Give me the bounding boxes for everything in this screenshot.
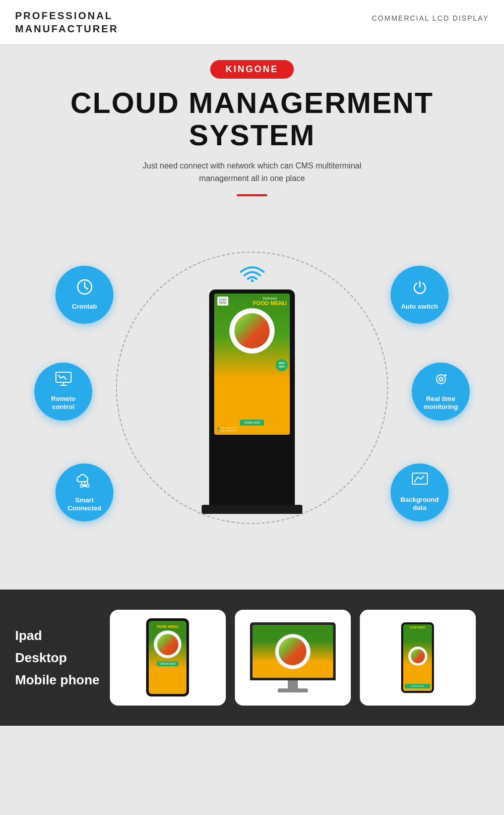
small-phone-screen: FOOD MENU ORDER NOW [403, 624, 432, 691]
smart-connected-label: SmartConnected [68, 496, 101, 513]
feature-smart-connected: SmartConnected [55, 463, 113, 521]
diagram-area: LOGOHERE Delicious FOOD MENU 50%OFF ORDE… [25, 206, 479, 569]
crontab-label: Crontab [72, 303, 97, 311]
auto-switch-label: Auto switch [401, 303, 438, 311]
real-time-label: Real timemonitoring [424, 395, 458, 412]
small-phone-mockup: FOOD MENU ORDER NOW [401, 622, 434, 693]
rometo-control-label: Rometocontrol [51, 395, 75, 412]
header: PROFESSIONAL MANUFACTURER COMMERCIAL LCD… [0, 0, 504, 45]
screen-delicious: Delicious [253, 297, 287, 300]
background-data-label: Backgrounddata [401, 496, 439, 513]
wifi-icon [238, 262, 266, 285]
bottom-section: Ipad Desktop Mobile phone FOOD MENU ORDE… [0, 590, 504, 726]
page-title: CLOUD MANAGERMENT SYSTEM [10, 87, 494, 151]
kiosk-base [202, 505, 302, 514]
main-section: KINGONE CLOUD MANAGERMENT SYSTEM Just ne… [0, 45, 504, 590]
red-divider [237, 194, 267, 196]
ipad-mockup: FOOD MENU ORDER NOW [146, 618, 189, 696]
feature-real-time-monitoring: Real timemonitoring [412, 363, 470, 421]
feature-rometo-control: Rometocontrol [34, 363, 92, 421]
monitor-icon [55, 371, 72, 392]
clock-icon [76, 278, 93, 300]
screen-plate [229, 308, 275, 354]
feature-background-data: Backgrounddata [391, 463, 449, 521]
screen-discount-badge: 50%OFF [276, 359, 288, 371]
phone-screen: FOOD MENU ORDER NOW [149, 621, 186, 694]
camera-icon [432, 371, 450, 392]
cloud-connected-icon [75, 472, 94, 493]
feature-crontab: Crontab [55, 266, 113, 324]
power-icon [411, 278, 428, 300]
svg-point-9 [440, 379, 442, 380]
mobile-phone-card: FOOD MENU ORDER NOW [360, 610, 476, 706]
kiosk-stand [209, 435, 295, 475]
ipad-card: FOOD MENU ORDER NOW [110, 610, 226, 706]
chart-icon [411, 472, 428, 493]
screen-food-menu: FOOD MENU [253, 300, 287, 306]
desktop-mockup [250, 622, 336, 692]
device-cards: FOOD MENU ORDER NOW [110, 610, 489, 706]
feature-auto-switch: Auto switch [391, 266, 449, 324]
desktop-card [235, 610, 351, 706]
header-product-type: COMMERCIAL LCD DISPLAY [372, 9, 489, 22]
kiosk-display: LOGOHERE Delicious FOOD MENU 50%OFF ORDE… [202, 262, 302, 514]
kiosk-screen: LOGOHERE Delicious FOOD MENU 50%OFF ORDE… [214, 294, 290, 435]
kiosk-body: LOGOHERE Delicious FOOD MENU 50%OFF ORDE… [209, 289, 295, 505]
screen-logo: LOGOHERE [217, 297, 228, 306]
device-labels: Ipad Desktop Mobile phone [15, 624, 100, 691]
hero-subtitle: Just need connect with network which can… [121, 159, 383, 185]
svg-line-3 [85, 287, 88, 289]
svg-point-10 [445, 374, 447, 376]
brand-badge: KINGONE [210, 60, 293, 79]
label-mobile-phone: Mobile phone [15, 669, 100, 691]
svg-rect-4 [56, 372, 71, 382]
label-desktop: Desktop [15, 647, 100, 669]
header-manufacturer: PROFESSIONAL MANUFACTURER [15, 9, 118, 35]
order-now-button: ORDER NOW [240, 420, 264, 426]
screen-contact: 📞 +123 123 456 789🌐 www.website.com [217, 427, 287, 432]
screen-bottom: ORDER NOW 📞 +123 123 456 789🌐 www.websit… [217, 417, 287, 432]
svg-point-0 [250, 279, 254, 282]
label-ipad: Ipad [15, 624, 100, 647]
